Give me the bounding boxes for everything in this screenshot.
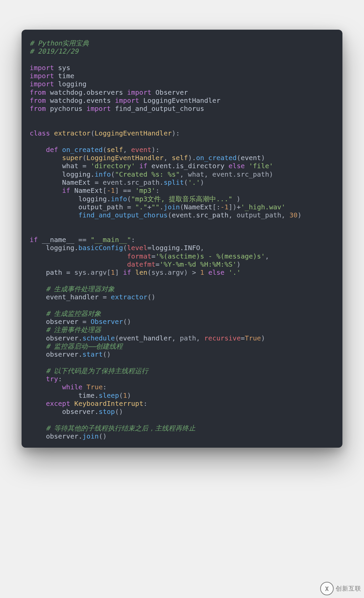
code-token: [ <box>103 186 107 195</box>
code-token <box>83 383 87 391</box>
code-token <box>70 186 74 195</box>
code-token: len <box>135 268 147 276</box>
code-token: import <box>30 64 54 72</box>
code-token: ( <box>180 203 184 211</box>
code-token: logging <box>58 80 86 88</box>
code-token: NameExt <box>74 186 102 195</box>
code-token: : <box>131 236 135 244</box>
code-token: ). <box>188 154 196 162</box>
code-token: . <box>159 203 163 211</box>
code-token <box>139 96 143 104</box>
code-token: on_created <box>196 154 237 162</box>
code-token <box>30 154 62 162</box>
code-token <box>30 375 46 383</box>
code-token <box>30 391 79 399</box>
code-token: on_created <box>62 146 102 154</box>
code-token: "." <box>135 203 147 211</box>
code-token: = <box>79 318 91 326</box>
code-token: -1 <box>107 186 115 195</box>
code-token: ) <box>200 178 204 186</box>
code-token <box>58 146 62 154</box>
code-token: : <box>155 186 159 195</box>
code-token <box>131 268 135 276</box>
code-token: True <box>245 334 261 342</box>
watermark-text: 创新互联 <box>336 585 361 593</box>
code-token: "" <box>151 203 159 211</box>
code-token: [: <box>212 203 220 211</box>
code-token: ( <box>103 146 107 154</box>
code-token: ( <box>115 334 119 342</box>
code-token <box>204 268 208 276</box>
code-token: import <box>115 96 139 104</box>
code-token: from <box>30 96 46 104</box>
code-token: observer. <box>46 350 82 358</box>
code-token: ): <box>172 129 180 137</box>
code-token: KeyboardInterrupt <box>74 399 143 408</box>
code-token: () <box>147 293 155 301</box>
code-token: import <box>30 72 54 80</box>
code-token: ] == <box>115 186 135 195</box>
code-token: '_high.wav' <box>241 203 285 211</box>
code-token: observer. <box>46 334 82 342</box>
code-token <box>54 72 58 80</box>
code-token: logging. <box>46 244 78 252</box>
code-token: import <box>127 88 151 96</box>
code-token: Observer <box>155 88 188 96</box>
code-token: (sys.argv) > <box>147 268 200 276</box>
code-token: watchdog.observers <box>50 88 127 96</box>
code-token: ): <box>151 146 159 154</box>
code-token: 'file' <box>249 162 273 170</box>
code-token <box>46 96 50 104</box>
code-token <box>50 129 54 137</box>
code-token: () <box>115 408 123 416</box>
code-token: observer. <box>62 408 98 416</box>
code-token: : <box>103 383 107 391</box>
code-token: if <box>62 186 70 195</box>
code-token: ( <box>168 211 172 219</box>
code-token: ( <box>91 129 95 137</box>
code-token: # 等待其他的子线程执行结束之后，主线程再终止 <box>46 424 195 432</box>
code-token: ( <box>83 154 87 162</box>
code-token: -1 <box>220 203 229 211</box>
code-token: join <box>163 203 180 211</box>
code-token: '.' <box>229 268 241 276</box>
code-token <box>30 252 127 260</box>
code-token <box>111 104 115 113</box>
code-token <box>224 268 229 276</box>
code-token: event_handler <box>119 334 172 342</box>
code-token <box>30 326 46 334</box>
code-token <box>30 203 79 211</box>
code-token: = <box>123 203 135 211</box>
code-block: # Python实用宝典 # 2019/12/29 import sys imp… <box>30 39 334 441</box>
code-token: level <box>127 244 147 252</box>
code-token: True <box>87 383 103 391</box>
code-token: self <box>107 146 123 154</box>
watermark-logo-icon: X <box>320 582 334 595</box>
code-token: event_handler <box>46 293 99 301</box>
code-token <box>30 211 79 219</box>
code-token <box>30 260 127 268</box>
code-token: class <box>30 129 50 137</box>
code-token: "Created %s: %s" <box>115 170 180 178</box>
code-token: == <box>74 236 90 244</box>
code-token: () <box>99 432 107 440</box>
code-token: ) <box>298 211 302 219</box>
code-token: start <box>83 350 103 358</box>
code-token: = <box>151 252 155 260</box>
watermark: X 创新互联 <box>320 582 361 595</box>
code-token <box>46 88 50 96</box>
code-token: () <box>103 350 111 358</box>
code-token: what <box>62 162 78 170</box>
code-token: find_and_output_chorus <box>79 211 168 219</box>
code-token <box>30 424 46 432</box>
code-token: sys <box>58 64 70 72</box>
code-token <box>46 104 50 113</box>
code-token <box>30 170 62 178</box>
code-token: pychorus <box>50 104 86 113</box>
code-token <box>224 162 229 170</box>
code-token: = <box>155 260 159 268</box>
page-root: # Python实用宝典 # 2019/12/29 import sys imp… <box>0 0 364 598</box>
code-token: # 生成监控器对象 <box>46 309 101 318</box>
code-token: observer <box>46 318 78 326</box>
code-token: ( <box>127 195 131 203</box>
